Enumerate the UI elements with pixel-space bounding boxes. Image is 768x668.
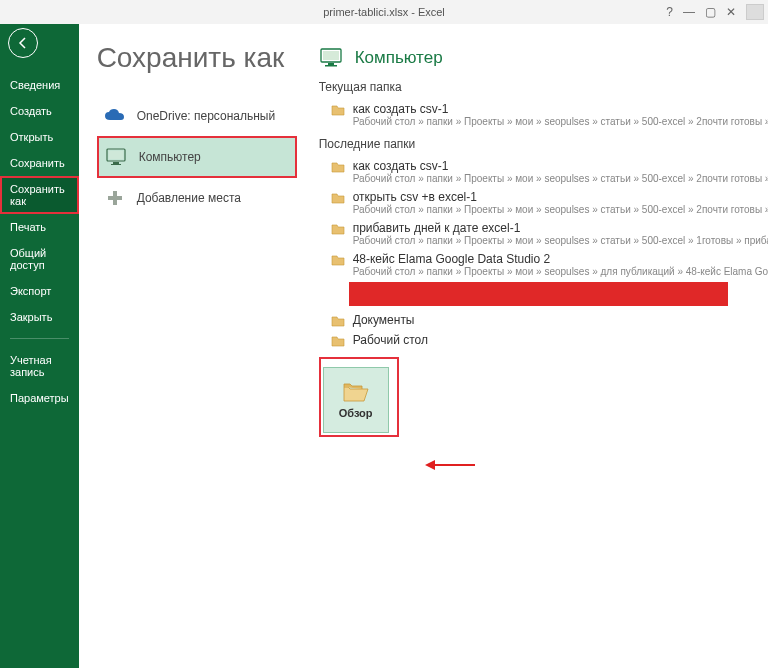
location-add-place[interactable]: Добавление места <box>97 178 297 218</box>
browse-label: Обзор <box>339 407 373 419</box>
folder-name: открыть csv +в excel-1 <box>353 190 768 204</box>
svg-rect-9 <box>325 65 337 67</box>
svg-rect-8 <box>328 63 334 65</box>
folder-name: Документы <box>353 313 768 327</box>
location-onedrive[interactable]: OneDrive: персональный <box>97 96 297 136</box>
titlebar: primer-tablici.xlsx - Excel ? — ▢ ✕ <box>0 0 768 24</box>
nav-close[interactable]: Закрыть <box>0 304 79 330</box>
recent-folder[interactable]: прибавить дней к дате excel-1 Рабочий ст… <box>319 217 768 248</box>
annotation-arrow <box>425 460 475 470</box>
nav-save[interactable]: Сохранить <box>0 150 79 176</box>
folder-icon <box>331 254 345 266</box>
folder-path: Рабочий стол » папки » Проекты » мои » s… <box>353 235 768 246</box>
minimize-icon[interactable]: — <box>683 5 695 19</box>
folder-open-icon <box>342 381 370 403</box>
nav-new[interactable]: Создать <box>0 98 79 124</box>
recent-folder[interactable]: 48-кейс Elama Google Data Studio 2 Рабоч… <box>319 248 768 279</box>
location-label: OneDrive: персональный <box>137 109 276 123</box>
details-column: Компьютер Текущая папка как создать csv-… <box>297 42 768 668</box>
redacted-row <box>349 282 729 306</box>
computer-icon <box>105 147 129 167</box>
folder-icon <box>331 335 345 347</box>
folder-name: 48-кейс Elama Google Data Studio 2 <box>353 252 768 266</box>
backstage-sidebar: Сведения Создать Открыть Сохранить Сохра… <box>0 24 79 668</box>
svg-rect-2 <box>113 162 119 164</box>
nav-save-as[interactable]: Сохранить как <box>0 176 79 214</box>
help-icon[interactable]: ? <box>666 5 673 19</box>
computer-icon <box>319 48 345 68</box>
folder-icon <box>331 192 345 204</box>
recent-folders-heading: Последние папки <box>319 137 768 151</box>
details-header: Компьютер <box>319 48 768 68</box>
window-controls: ? — ▢ ✕ <box>666 0 764 24</box>
nav-info[interactable]: Сведения <box>0 72 79 98</box>
svg-rect-7 <box>323 51 339 60</box>
user-avatar[interactable] <box>746 4 764 20</box>
folder-path: Рабочий стол » папки » Проекты » мои » s… <box>353 266 768 277</box>
plus-icon <box>103 188 127 208</box>
folder-name: прибавить дней к дате excel-1 <box>353 221 768 235</box>
nav-open[interactable]: Открыть <box>0 124 79 150</box>
maximize-icon[interactable]: ▢ <box>705 5 716 19</box>
svg-rect-1 <box>109 151 123 159</box>
current-folder[interactable]: как создать csv-1 Рабочий стол » папки »… <box>319 98 768 129</box>
svg-rect-5 <box>108 196 122 200</box>
folder-name: Рабочий стол <box>353 333 768 347</box>
recent-folder-desktop[interactable]: Рабочий стол <box>319 329 768 349</box>
cloud-icon <box>103 106 127 126</box>
folder-name: как создать csv-1 <box>353 159 768 173</box>
back-button[interactable] <box>8 28 38 58</box>
folder-name: как создать csv-1 <box>353 102 768 116</box>
folder-icon <box>331 315 345 327</box>
browse-highlight: Обзор <box>319 357 399 437</box>
folder-path: Рабочий стол » папки » Проекты » мои » s… <box>353 204 768 215</box>
folder-path: Рабочий стол » папки » Проекты » мои » s… <box>353 173 768 184</box>
folder-path: Рабочий стол » папки » Проекты » мои » s… <box>353 116 768 127</box>
nav-options[interactable]: Параметры <box>0 385 79 411</box>
recent-folder[interactable]: открыть csv +в excel-1 Рабочий стол » па… <box>319 186 768 217</box>
nav-separator <box>10 338 69 339</box>
browse-button[interactable]: Обзор <box>323 367 389 433</box>
folder-icon <box>331 223 345 235</box>
svg-rect-3 <box>111 164 121 165</box>
current-folder-heading: Текущая папка <box>319 80 768 94</box>
recent-folder[interactable]: как создать csv-1 Рабочий стол » папки »… <box>319 155 768 186</box>
window-title: primer-tablici.xlsx - Excel <box>323 6 445 18</box>
nav-share[interactable]: Общий доступ <box>0 240 79 278</box>
close-icon[interactable]: ✕ <box>726 5 736 19</box>
locations-column: Сохранить как OneDrive: персональный Ком… <box>97 42 297 668</box>
recent-folder-documents[interactable]: Документы <box>319 309 768 329</box>
nav-export[interactable]: Экспорт <box>0 278 79 304</box>
location-computer[interactable]: Компьютер <box>97 136 297 178</box>
folder-icon <box>331 104 345 116</box>
nav-account[interactable]: Учетная запись <box>0 347 79 385</box>
folder-icon <box>331 161 345 173</box>
nav-print[interactable]: Печать <box>0 214 79 240</box>
location-label: Добавление места <box>137 191 241 205</box>
location-label: Компьютер <box>139 150 201 164</box>
page-title: Сохранить как <box>97 42 297 74</box>
